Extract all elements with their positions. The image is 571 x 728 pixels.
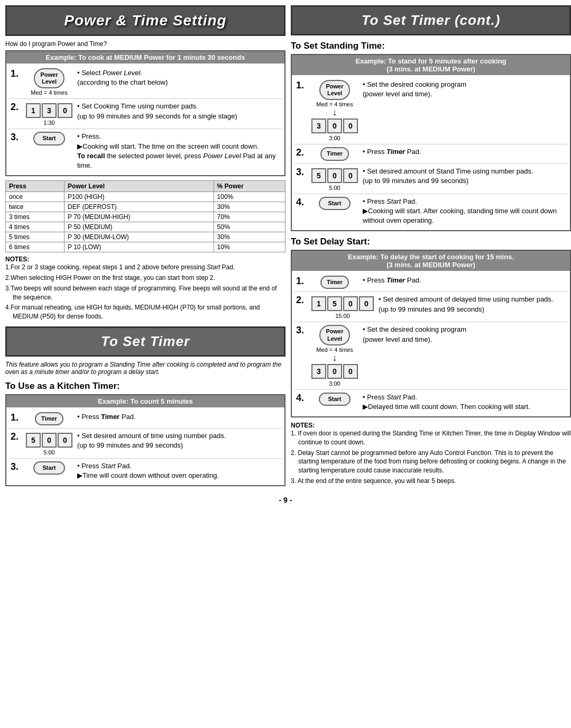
kitchen-timer-box-body: 1. Timer • Press Timer Pad. 2. 5 0 0 [6,407,284,486]
right-main-title: To Set Timer (cont.) [291,5,571,35]
num-btn-0i[interactable]: 0 [327,364,342,379]
st-step-3: 3. 5 0 0 5:00 • Set desired amount of St… [294,164,568,194]
ds-step-4: 4. Start • Press Start Pad.▶Delayed time… [294,390,568,414]
example-box-1: Example: To cook at MEDIUM Power for 1 m… [5,50,286,176]
notes-title-left: NOTES: [5,256,286,263]
start-btn-kt[interactable]: Start [33,461,65,475]
step-2: 2. 1 3 0 1:30 • Set Cooking Time using n… [8,99,282,129]
num-btn-0a[interactable]: 0 [42,433,57,448]
st-step-1: 1. PowerLevel Med = 4 times ↓ 3 0 0 3:00… [294,77,568,144]
step-1-text: • Select Power Level.(according to the c… [77,68,280,87]
power-level-btn-st[interactable]: PowerLevel [319,80,349,100]
page-number: - 9 - [5,496,566,504]
col-power-level: Power Level [65,181,214,192]
kitchen-timer-box: Example: To count 5 minutes 1. Timer • P… [5,394,286,487]
num-btn-0e[interactable]: 0 [327,168,342,183]
step-3-visual: Start [25,132,73,145]
ds-step-4-visual: Start [311,393,358,406]
start-btn[interactable]: Start [33,132,65,145]
num-btn-0g[interactable]: 0 [343,296,358,311]
st-step-2: 2. Timer • Press Timer Pad. [294,144,568,163]
kt-step-2: 2. 5 0 0 5:00 • Set desired amount of ti… [8,429,282,459]
kt-step-1-visual: Timer [25,412,73,425]
num-btn-5b[interactable]: 5 [327,296,342,311]
num-btn-1a[interactable]: 1 [311,296,326,311]
kt-step-3: 3. Start • Press Start Pad.▶Time will co… [8,459,282,483]
note-item: 2.When selecting HIGH Power on the first… [5,274,286,283]
delay-start-box-body: 1. Timer • Press Timer Pad. 2. 1 5 0 0 [292,271,570,416]
timer-btn-st[interactable]: Timer [320,147,349,160]
start-btn-ds[interactable]: Start [319,393,351,406]
table-row: twiceDEF (DEFROST)30% [6,202,286,212]
col-pct-power: % Power [214,181,285,192]
standing-time-box: Example: To stand for 5 minutes after co… [291,54,571,231]
standing-time-box-title: Example: To stand for 5 minutes after co… [292,55,570,75]
num-btn-3a[interactable]: 3 [311,119,326,133]
ds-step-3: 3. PowerLevel Med = 4 times ↓ 3 0 0 3:00… [294,322,568,389]
num-btn-0[interactable]: 0 [58,103,72,118]
table-row: onceP100 (HIGH)100% [6,192,286,202]
kitchen-timer-sub-header: To Use as a Kitchen Timer: [5,381,286,392]
num-btn-5a[interactable]: 5 [311,168,326,183]
st-step-4-text: • Press Start Pad.▶Cooking will start. A… [363,197,566,226]
kt-step-3-visual: Start [25,461,73,475]
timer-intro-text: This feature allows you to program a Sta… [5,361,286,376]
num-btn-0f[interactable]: 0 [343,168,358,183]
num-btn-3b[interactable]: 3 [311,364,326,379]
ds-step-1-visual: Timer [311,276,358,289]
arrow-down-icon: ↓ [333,107,337,117]
table-row: 3 timesP 70 (MEDIUM-HIGH)70% [6,212,286,222]
st-step-2-visual: Timer [311,147,358,160]
left-column: Power & Time Setting How do I program Po… [5,5,286,490]
ds-step-3-visual: PowerLevel Med = 4 times ↓ 3 0 0 3:00 [311,325,358,386]
num-btn-0d[interactable]: 0 [343,119,358,133]
timer-btn-1[interactable]: Timer [35,412,63,425]
num-btn-0c[interactable]: 0 [327,119,342,133]
power-time-title: Power & Time Setting [5,5,286,36]
note-item: 3. At the end of the entire sequence, yo… [291,477,571,486]
num-btn-3[interactable]: 3 [42,103,57,118]
notes-section-left: NOTES: 1.For 2 or 3 stage cooking, repea… [5,256,286,321]
notes-list-left: 1.For 2 or 3 stage cooking, repeat steps… [5,263,286,321]
table-row: 5 timesP 30 (MEDIUM-LOW)30% [6,232,286,242]
ds-step-2-text: • Set desired amount of delayed time usi… [379,295,566,314]
notes-section-right: NOTES: 1. If oven door is opened during … [291,422,571,486]
st-step-4: 4. Start • Press Start Pad.▶Cooking will… [294,194,568,229]
power-level-btn-ds[interactable]: PowerLevel [319,325,349,345]
note-item: 3.Two beeps will sound between each stag… [5,284,286,302]
notes-list-right: 1. If oven door is opened during the Sta… [291,429,571,486]
st-step-1-text: • Set the desired cooking program(power … [363,80,566,99]
kt-step-3-text: • Press Start Pad.▶Time will count down … [77,461,280,480]
table-row: 4 timesP 50 (MEDIUM)50% [6,222,286,232]
num-btn-1[interactable]: 1 [26,103,41,118]
num-btn-0h[interactable]: 0 [359,296,374,311]
kitchen-timer-box-title: Example: To count 5 minutes [6,395,284,407]
right-column: To Set Timer (cont.) To Set Standing Tim… [291,5,571,490]
table-row: 6 timesP 10 (LOW)10% [6,242,286,252]
arrow-down-icon-ds: ↓ [333,353,337,362]
delay-start-box-title: Example: To delay the start of cooking f… [292,251,570,271]
ds-step-2: 2. 1 5 0 0 15:00 • Set desired amount of… [294,292,568,322]
num-btn-0b[interactable]: 0 [58,433,72,448]
page-layout: Power & Time Setting How do I program Po… [5,5,566,490]
delay-start-box: Example: To delay the start of cooking f… [291,250,571,417]
timer-btn-ds[interactable]: Timer [320,276,349,289]
power-table: Press Power Level % Power onceP100 (HIGH… [5,180,286,252]
step-1: 1. PowerLevel Med = 4 times • Select Pow… [8,66,282,99]
power-level-btn[interactable]: PowerLevel [34,68,64,88]
num-btn-5[interactable]: 5 [26,433,41,448]
st-step-3-visual: 5 0 0 5:00 [311,167,358,191]
ds-step-3-text: • Set the desired cooking program(power … [363,325,566,344]
note-item: 4.For manual reheating, use HIGH for liq… [5,303,286,321]
start-btn-st[interactable]: Start [319,197,351,210]
step-3: 3. Start • Press.▶Cooking will start. Th… [8,129,282,173]
ds-step-4-text: • Press Start Pad.▶Delayed time will cou… [363,393,566,412]
example-box-1-body: 1. PowerLevel Med = 4 times • Select Pow… [6,63,284,175]
delay-start-header: To Set Delay Start: [291,236,571,247]
step-2-text: • Set Cooking Time using number pads.(up… [77,102,280,121]
note-item: 2. Delay Start cannot be programmed befo… [291,449,571,475]
step-1-visual: PowerLevel Med = 4 times [25,68,73,96]
num-btn-0j[interactable]: 0 [343,364,358,379]
st-step-1-visual: PowerLevel Med = 4 times ↓ 3 0 0 3:00 [311,80,358,141]
step-3-text: • Press.▶Cooking will start. The time on… [77,132,280,170]
